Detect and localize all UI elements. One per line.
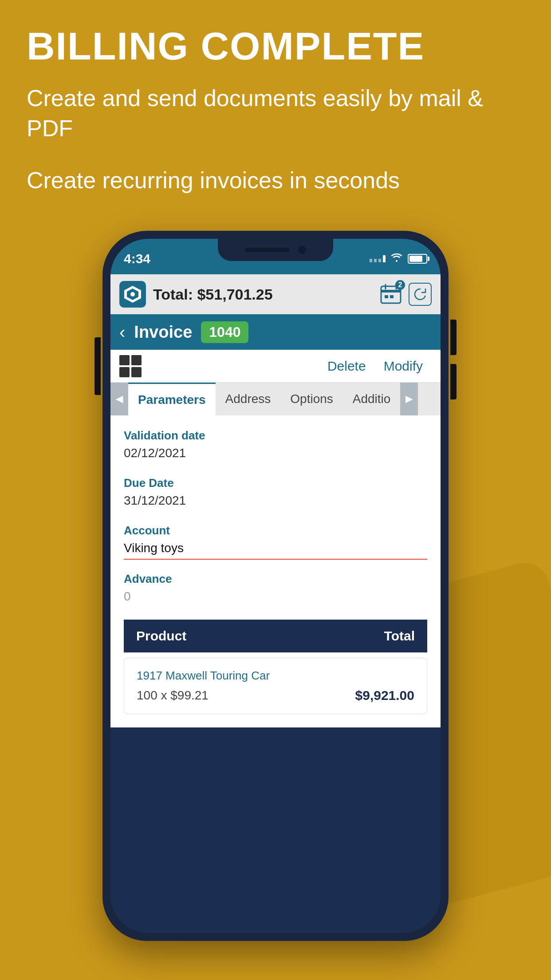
signal-dots: [370, 255, 386, 262]
signal-dot-4: [383, 255, 386, 262]
back-arrow-icon[interactable]: ‹: [119, 322, 125, 342]
tab-parameters[interactable]: Parameters: [128, 383, 216, 415]
calendar-badge: 2: [395, 280, 405, 290]
battery-icon: [408, 254, 427, 264]
app-logo: [119, 281, 146, 308]
product-table-header: Product Total: [124, 620, 427, 652]
phone-notch: [218, 239, 333, 261]
tab-additional[interactable]: Additio: [343, 383, 401, 415]
signal-dot-2: [374, 259, 377, 262]
product-line-total: $9,921.00: [355, 688, 414, 703]
account-label: Account: [124, 524, 427, 537]
header-text-block: BILLING COMPLETE Create and send documen…: [27, 27, 524, 196]
notch-speaker: [245, 248, 289, 252]
billing-title: BILLING COMPLETE: [27, 27, 524, 66]
toolbar: Delete Modify: [110, 350, 441, 383]
advance-label: Advance: [124, 572, 427, 586]
phone-screen: 4:34: [110, 239, 441, 933]
subtitle2: Create recurring invoices in seconds: [27, 166, 524, 196]
tab-right-arrow[interactable]: ►: [400, 383, 418, 415]
navigation-bar: ‹ Invoice 1040: [110, 314, 441, 350]
product-details-row: 100 x $99.21 $9,921.00: [137, 688, 414, 703]
notch-camera: [298, 246, 306, 254]
svg-rect-7: [385, 295, 388, 298]
tabs-bar: ◄ Parameters Address Options Additio ►: [110, 383, 441, 415]
tab-address[interactable]: Address: [216, 383, 281, 415]
app-header-bar: Total: $51,701.25 2: [110, 274, 441, 314]
refresh-icon[interactable]: [409, 283, 432, 306]
modify-button[interactable]: Modify: [375, 359, 432, 374]
svg-rect-8: [390, 295, 394, 298]
svg-point-2: [130, 292, 135, 296]
total-col-header: Total: [384, 628, 415, 644]
volume-up-button: [450, 320, 457, 355]
product-col-header: Product: [136, 628, 384, 644]
calendar-icon-wrap[interactable]: 2: [379, 283, 402, 306]
due-date-value[interactable]: 31/12/2021: [124, 494, 427, 511]
grid-cell-2: [131, 355, 142, 365]
power-button: [94, 337, 101, 395]
app-total-display: Total: $51,701.25: [153, 286, 372, 303]
tab-left-arrow[interactable]: ◄: [110, 383, 128, 415]
volume-down-button: [450, 364, 457, 399]
phone-mockup: 4:34: [102, 231, 449, 941]
validation-date-value[interactable]: 02/12/2021: [124, 446, 427, 464]
validation-date-label: Validation date: [124, 429, 427, 443]
grid-icon: [119, 355, 142, 377]
phone-outer-shell: 4:34: [102, 231, 449, 941]
battery-fill: [409, 256, 422, 262]
status-time: 4:34: [124, 251, 150, 266]
signal-dot-1: [370, 259, 372, 262]
product-name: 1917 Maxwell Touring Car: [137, 669, 414, 683]
signal-dot-3: [378, 259, 381, 262]
invoice-number-badge: 1040: [201, 321, 248, 343]
wifi-icon: [390, 252, 403, 266]
due-date-label: Due Date: [124, 476, 427, 490]
grid-cell-3: [119, 367, 130, 377]
product-row[interactable]: 1917 Maxwell Touring Car 100 x $99.21 $9…: [124, 658, 427, 714]
status-icons: [370, 252, 427, 266]
grid-cell-1: [119, 355, 130, 365]
subtitle: Create and send documents easily by mail…: [27, 83, 524, 143]
header-action-icons: 2: [379, 283, 432, 306]
tab-options[interactable]: Options: [280, 383, 343, 415]
form-content: Validation date 02/12/2021 Due Date 31/1…: [110, 415, 441, 727]
app-content: Total: $51,701.25 2: [110, 274, 441, 933]
grid-cell-4: [131, 367, 142, 377]
product-qty-price: 100 x $99.21: [137, 688, 209, 703]
svg-rect-4: [381, 290, 401, 292]
invoice-title-label: Invoice: [134, 323, 192, 342]
delete-button[interactable]: Delete: [319, 359, 375, 374]
account-value[interactable]: Viking toys: [124, 541, 427, 560]
advance-value[interactable]: 0: [124, 589, 427, 607]
